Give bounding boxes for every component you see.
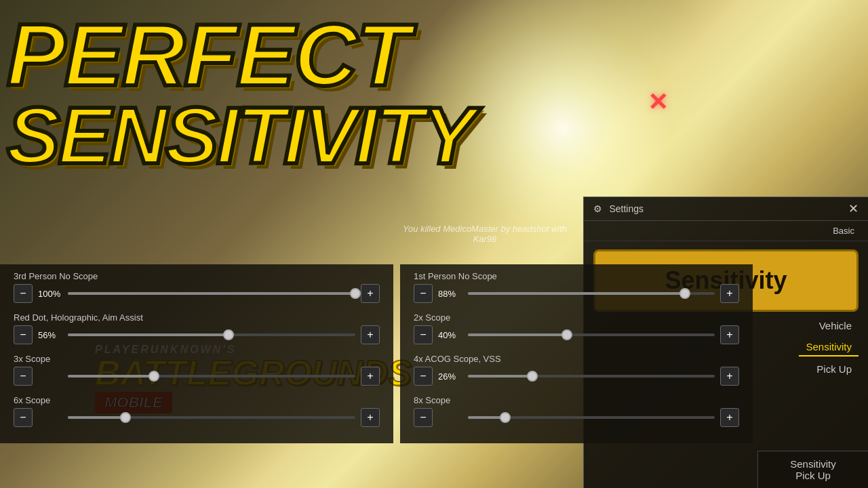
close-icon[interactable]: ✕ <box>848 201 859 216</box>
slider-8x-label: 8x Scope <box>414 395 739 405</box>
title-area: PERFECT SENSITIVITY <box>7 14 448 174</box>
slider-8x: 8x Scope − + <box>414 395 739 427</box>
slider-3rd-person-controls: − 100% + <box>14 284 380 303</box>
slider-6x-minus[interactable]: − <box>14 408 33 427</box>
slider-8x-controls: − + <box>414 408 739 427</box>
sensitivity-pickup-panel: Sensitivity Pick Up <box>757 451 868 488</box>
kill-notification: You killed MedicoMaster by headshot with… <box>393 224 576 244</box>
sliders-left-panel: 3rd Person No Scope − 100% + Red Dot, Ho… <box>0 264 393 443</box>
slider-4x-controls: − 26% + <box>414 367 739 386</box>
slider-red-dot: Red Dot, Holographic, Aim Assist − 56% + <box>14 312 380 344</box>
slider-red-dot-track[interactable] <box>68 333 355 336</box>
slider-8x-plus[interactable]: + <box>720 408 739 427</box>
slider-red-dot-label: Red Dot, Holographic, Aim Assist <box>14 312 380 323</box>
slider-3x-plus[interactable]: + <box>361 367 380 386</box>
slider-2x-value: 40% <box>438 330 462 340</box>
slider-4x-minus[interactable]: − <box>414 367 433 386</box>
slider-3x-track[interactable] <box>68 375 355 378</box>
slider-4x-track[interactable] <box>468 375 715 378</box>
slider-3rd-person-plus[interactable]: + <box>361 284 380 303</box>
slider-3rd-person-track[interactable] <box>68 292 355 295</box>
slider-1st-person-controls: − 88% + <box>414 284 739 303</box>
slider-2x-track[interactable] <box>468 333 715 336</box>
sensitivity-pickup-label: Sensitivity Pick Up <box>765 458 861 481</box>
slider-8x-minus[interactable]: − <box>414 408 433 427</box>
title-line2: SENSITIVITY <box>7 98 448 174</box>
slider-3rd-person-label: 3rd Person No Scope <box>14 271 380 281</box>
slider-6x-label: 6x Scope <box>14 395 380 405</box>
slider-1st-person-track[interactable] <box>468 292 715 295</box>
slider-2x-plus[interactable]: + <box>720 325 739 344</box>
slider-3x-label: 3x Scope <box>14 354 380 364</box>
title-line1: PERFECT <box>7 14 448 98</box>
slider-3x: 3x Scope − + <box>14 354 380 386</box>
slider-2x-controls: − 40% + <box>414 325 739 344</box>
menu-item-sensitivity[interactable]: Sensitivity <box>799 338 859 357</box>
settings-header: ⚙ Settings ✕ <box>584 197 868 221</box>
slider-1st-person-plus[interactable]: + <box>720 284 739 303</box>
slider-2x: 2x Scope − 40% + <box>414 312 739 344</box>
slider-2x-label: 2x Scope <box>414 312 739 323</box>
slider-1st-person-value: 88% <box>438 289 462 299</box>
slider-red-dot-minus[interactable]: − <box>14 325 33 344</box>
slider-4x: 4x ACOG Scope, VSS − 26% + <box>414 354 739 386</box>
slider-8x-track[interactable] <box>468 416 715 419</box>
slider-6x-controls: − + <box>14 408 380 427</box>
slider-6x: 6x Scope − + <box>14 395 380 427</box>
menu-item-vehicle[interactable]: Vehicle <box>812 317 859 334</box>
slider-2x-minus[interactable]: − <box>414 325 433 344</box>
crosshair-icon <box>648 88 688 129</box>
slider-1st-person-label: 1st Person No Scope <box>414 271 739 281</box>
sliders-mid-panel: 1st Person No Scope − 88% + 2x Scope − 4… <box>400 264 753 443</box>
settings-title: Settings <box>609 203 644 214</box>
settings-tabs: Basic <box>584 221 868 241</box>
slider-4x-value: 26% <box>438 371 462 382</box>
slider-3x-minus[interactable]: − <box>14 367 33 386</box>
slider-3x-controls: − + <box>14 367 380 386</box>
slider-6x-plus[interactable]: + <box>361 408 380 427</box>
slider-red-dot-value: 56% <box>38 330 62 340</box>
tab-basic[interactable]: Basic <box>826 224 861 238</box>
slider-red-dot-controls: − 56% + <box>14 325 380 344</box>
slider-4x-label: 4x ACOG Scope, VSS <box>414 354 739 364</box>
slider-3rd-person: 3rd Person No Scope − 100% + <box>14 271 380 303</box>
settings-header-left: ⚙ Settings <box>593 203 644 215</box>
slider-1st-person-minus[interactable]: − <box>414 284 433 303</box>
slider-1st-person: 1st Person No Scope − 88% + <box>414 271 739 303</box>
slider-6x-track[interactable] <box>68 416 355 419</box>
slider-red-dot-plus[interactable]: + <box>361 325 380 344</box>
slider-3rd-person-minus[interactable]: − <box>14 284 33 303</box>
menu-item-pickup[interactable]: Pick Up <box>810 361 859 378</box>
slider-3rd-person-value: 100% <box>38 289 62 299</box>
gear-icon: ⚙ <box>593 203 602 214</box>
slider-4x-plus[interactable]: + <box>720 367 739 386</box>
